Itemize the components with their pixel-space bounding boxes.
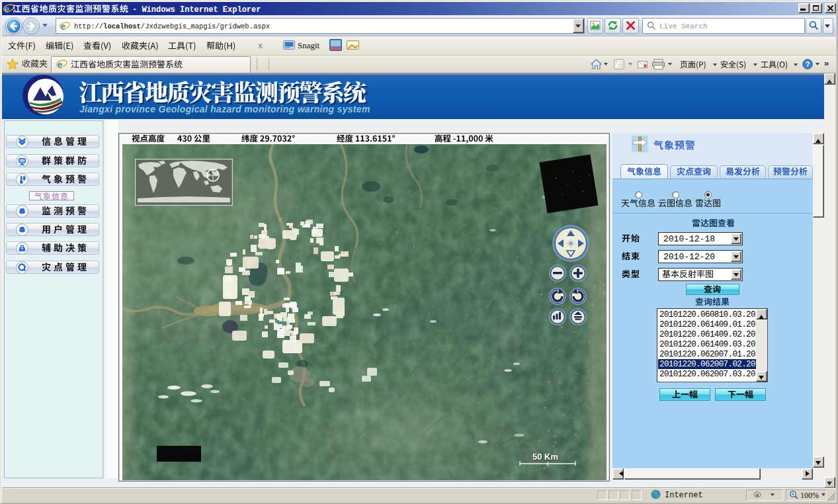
svg-text:e: e [60,21,65,31]
svg-text:?: ? [806,60,810,68]
